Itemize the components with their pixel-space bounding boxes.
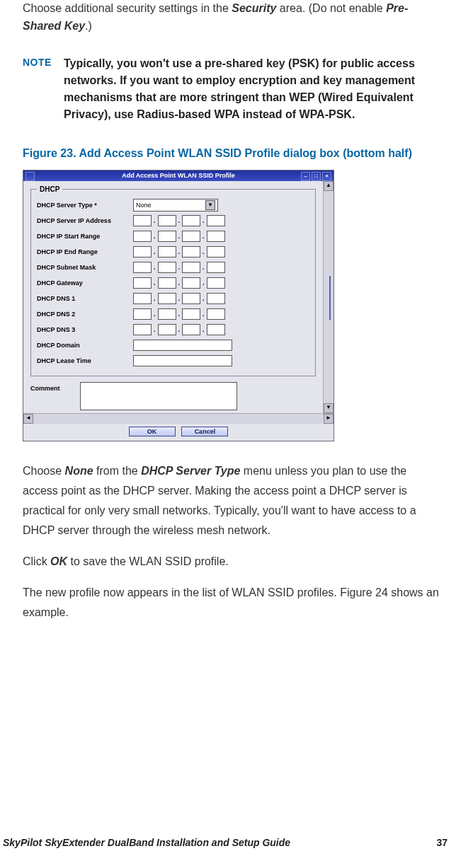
vertical-scrollbar[interactable]: ▲ ▼ [323,181,334,413]
server-type-select[interactable]: None ▼ [133,199,218,212]
ip-octet-input[interactable] [182,277,200,289]
ip-octet-input[interactable] [207,293,225,304]
scroll-left-icon[interactable]: ◄ [23,414,33,424]
footer-title: SkyPilot SkyExtender DualBand Installati… [3,837,290,848]
dialog-titlebar[interactable]: Add Access Point WLAN SSID Profile – □ × [23,170,334,181]
ip-octet-input[interactable] [133,262,152,273]
server-type-value: None [136,202,152,209]
label-server-ip: DHCP Server IP Address [37,217,129,224]
note-label: NOTE [23,55,64,68]
ip-octet-input[interactable] [207,246,225,257]
intro-paragraph: Choose additional security settings in t… [23,0,445,35]
dialog-title: Add Access Point WLAN SSID Profile [122,172,235,179]
ip-octet-input[interactable] [207,231,225,242]
ip-octet-input[interactable] [133,246,152,257]
ip-octet-input[interactable] [207,308,225,320]
ip-octet-input[interactable] [158,277,176,289]
window-menu-icon[interactable] [25,172,35,181]
label-comment: Comment [30,382,80,392]
ip-octet-input[interactable] [158,246,176,257]
ip-octet-input[interactable] [158,293,176,304]
horizontal-scrollbar[interactable]: ◄ ► [23,413,334,424]
intro-text: Choose additional security settings in t… [23,2,232,14]
dhcp-group-legend: DHCP [37,185,62,193]
ip-octet-input[interactable] [182,262,200,273]
label-ip-end: DHCP IP End Range [37,248,129,255]
note-text: Typically, you won't use a pre-shared ke… [64,55,445,123]
ip-octet-input[interactable] [182,215,200,226]
intro-security-term: Security [232,2,276,14]
ip-octet-input[interactable] [182,324,200,335]
label-dns3: DHCP DNS 3 [37,326,129,333]
scroll-thumb[interactable] [329,276,331,320]
scroll-right-icon[interactable]: ► [324,414,334,424]
figure-caption: Figure 23. Add Access Point WLAN SSID Pr… [23,147,445,160]
ip-octet-input[interactable] [182,231,200,242]
ip-octet-input[interactable] [207,215,225,226]
ip-octet-input[interactable] [133,215,152,226]
label-subnet: DHCP Subnet Mask [37,264,129,271]
label-lease: DHCP Lease Time [37,357,129,364]
dialog-button-bar: OK Cancel [23,424,334,441]
scroll-up-icon[interactable]: ▲ [324,181,334,191]
ip-octet-input[interactable] [158,231,176,242]
label-domain: DHCP Domain [37,342,129,349]
ip-octet-input[interactable] [182,308,200,320]
ip-octet-input[interactable] [207,277,225,289]
term-none: None [65,465,93,477]
maximize-icon[interactable]: □ [312,172,321,181]
ip-octet-input[interactable] [207,262,225,273]
label-gateway: DHCP Gateway [37,279,129,287]
minimize-icon[interactable]: – [301,172,310,181]
page-footer: SkyPilot SkyExtender DualBand Installati… [3,837,448,848]
body-paragraph-3: The new profile now appears in the list … [23,583,445,623]
label-ip-start: DHCP IP Start Range [37,233,129,240]
ip-octet-input[interactable] [158,262,176,273]
lease-input[interactable] [133,355,232,366]
ok-button[interactable]: OK [129,427,176,436]
label-dns2: DHCP DNS 2 [37,311,129,318]
ip-octet-input[interactable] [207,324,225,335]
comment-input[interactable] [80,382,237,410]
body-paragraph-1: Choose None from the DHCP Server Type me… [23,461,445,540]
dhcp-group: DHCP DHCP Server Type * None ▼ DHCP Serv… [30,185,316,376]
page-number: 37 [436,837,448,848]
domain-input[interactable] [133,340,232,351]
chevron-down-icon[interactable]: ▼ [205,200,215,210]
ip-octet-input[interactable] [158,324,176,335]
term-ok: OK [50,555,67,567]
ip-octet-input[interactable] [133,231,152,242]
intro-text: .) [85,20,92,32]
label-server-type: DHCP Server Type * [37,202,129,209]
ip-octet-input[interactable] [158,308,176,320]
term-dhcp-server-type: DHCP Server Type [141,465,240,477]
label-dns1: DHCP DNS 1 [37,295,129,302]
intro-text: area. (Do not enable [276,2,386,14]
ip-octet-input[interactable] [133,277,152,289]
close-icon[interactable]: × [322,172,331,181]
body-paragraph-2: Click OK to save the WLAN SSID profile. [23,552,445,572]
cancel-button[interactable]: Cancel [181,427,228,436]
scroll-down-icon[interactable]: ▼ [324,403,334,413]
ip-octet-input[interactable] [133,324,152,335]
dialog-screenshot: Add Access Point WLAN SSID Profile – □ ×… [23,170,334,441]
ip-octet-input[interactable] [158,215,176,226]
note-block: NOTE Typically, you won't use a pre-shar… [23,55,445,123]
ip-octet-input[interactable] [182,246,200,257]
ip-octet-input[interactable] [133,308,152,320]
ip-octet-input[interactable] [133,293,152,304]
ip-octet-input[interactable] [182,293,200,304]
